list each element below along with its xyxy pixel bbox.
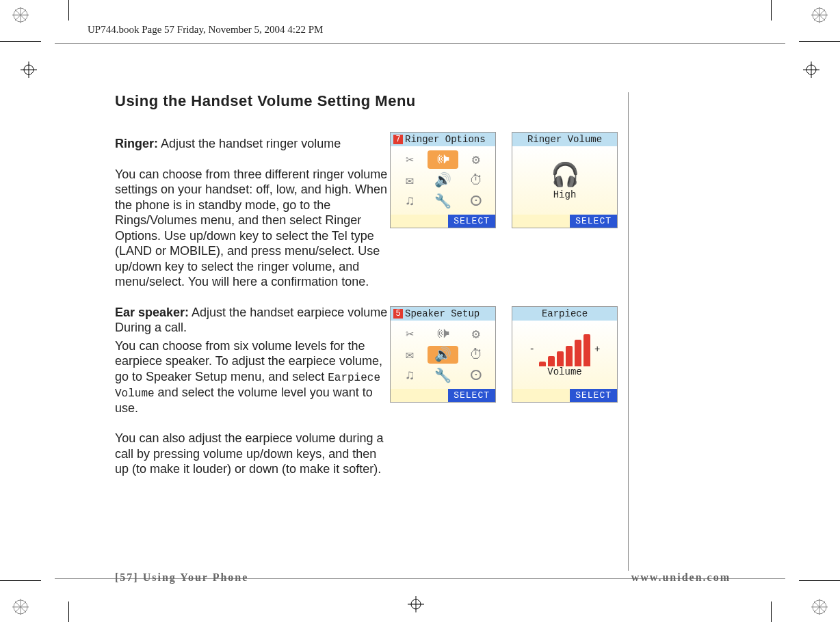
ringer-body: You can choose from three different ring…	[115, 167, 389, 290]
screen-titlebar: 7 Ringer Options	[391, 133, 495, 146]
body-column: Ringer: Adjust the handset ringer volume…	[115, 136, 389, 492]
headphones-icon: 🎧	[551, 161, 579, 189]
screen-footer: SELECT	[391, 389, 495, 402]
phonebook-icon: ✂	[395, 325, 425, 343]
figure-column: 7 Ringer Options ✂ 🕪 ⚙ ✉ 🔊 ⏱ ♫ 🔧 ⵙ SELEC…	[390, 132, 643, 419]
tools-icon: ⚙	[461, 325, 491, 343]
ringer-lead: Ringer: Adjust the handset ringer volume	[115, 136, 389, 152]
crosshair-icon	[408, 596, 424, 612]
ear-body-2: You can also adjust the earpiece volume …	[115, 431, 389, 477]
tools-icon: ⚙	[461, 150, 491, 169]
crosshair-icon	[21, 62, 37, 78]
crosshair-icon	[803, 62, 819, 78]
screen-footer: SELECT	[512, 389, 617, 402]
menu-icon-grid: ✂ 🕪 ⚙ ✉ 🔊 ⏱ ♫ 🔧 ⵙ	[391, 146, 495, 215]
crop-line	[68, 601, 69, 622]
message-icon: ✉	[395, 346, 425, 364]
note-icon: ♫	[395, 366, 425, 385]
registration-mark-icon	[811, 599, 828, 615]
speaker-icon: 🔊	[428, 172, 458, 190]
bluetooth-icon: ⵙ	[461, 366, 491, 385]
wrench-icon: 🔧	[428, 192, 458, 211]
footer-right: www.uniden.com	[631, 571, 731, 584]
screen-footer: SELECT	[512, 215, 617, 228]
page-footer: [57] Using Your Phone www.uniden.com	[115, 571, 731, 584]
screen-titlebar: Earpiece	[512, 307, 617, 321]
ringer-lead-text: Adjust the handset ringer volume	[161, 137, 341, 150]
separator-line	[55, 43, 785, 44]
crop-line	[0, 580, 41, 581]
phonebook-icon: ✂	[395, 150, 425, 169]
screen-ringer-options: 7 Ringer Options ✂ 🕪 ⚙ ✉ 🔊 ⏱ ♫ 🔧 ⵙ SELEC…	[390, 132, 496, 228]
volume-label: Volume	[547, 366, 581, 377]
clock-icon: ⏱	[461, 172, 491, 190]
clock-icon: ⏱	[461, 346, 491, 364]
screen-body: - + Volume	[512, 321, 617, 389]
screen-titlebar: 5 Speaker Setup	[391, 307, 495, 321]
volume-bars-icon	[539, 332, 590, 366]
ringer-icon: 🕪	[428, 150, 458, 169]
speaker-icon: 🔊	[428, 346, 458, 364]
screen-title: Earpiece	[542, 308, 588, 319]
menu-number-badge: 5	[393, 309, 403, 319]
crop-line	[771, 601, 772, 622]
wrench-icon: 🔧	[428, 366, 458, 385]
screen-title: Ringer Options	[405, 134, 486, 145]
menu-icon-grid: ✂ 🕪 ⚙ ✉ 🔊 ⏱ ♫ 🔧 ⵙ	[391, 321, 495, 389]
registration-mark-icon	[12, 599, 29, 615]
screen-body: ✂ 🕪 ⚙ ✉ 🔊 ⏱ ♫ 🔧 ⵙ	[391, 146, 495, 215]
registration-mark-icon	[12, 7, 29, 23]
framemaker-header: UP744.book Page 57 Friday, November 5, 2…	[88, 24, 323, 36]
crop-line	[771, 0, 772, 21]
plus-label: +	[594, 344, 600, 355]
screen-ringer-volume: Ringer Volume 🎧 High SELECT	[512, 132, 618, 228]
select-softkey: SELECT	[570, 215, 617, 228]
minus-label: -	[529, 344, 535, 355]
volume-row: - +	[529, 332, 601, 366]
ear-body-1: You can choose from six volume levels fo…	[115, 338, 389, 416]
select-softkey: SELECT	[448, 215, 495, 228]
select-softkey: SELECT	[448, 389, 495, 402]
ear-label: Ear speaker:	[115, 306, 189, 319]
ringer-volume-value: High	[553, 189, 577, 200]
crop-line	[0, 41, 41, 42]
page-title: Using the Handset Volume Setting Menu	[115, 92, 731, 110]
ringer-label: Ringer:	[115, 137, 158, 150]
screen-body: 🎧 High	[512, 146, 617, 215]
screen-body: ✂ 🕪 ⚙ ✉ 🔊 ⏱ ♫ 🔧 ⵙ	[391, 321, 495, 389]
select-softkey: SELECT	[570, 389, 617, 402]
bluetooth-icon: ⵙ	[461, 192, 491, 211]
page-content: Using the Handset Volume Setting Menu Ri…	[115, 92, 731, 578]
menu-number-badge: 7	[393, 135, 403, 144]
ear-lead: Ear speaker: Adjust the handset earpiece…	[115, 305, 389, 336]
registration-mark-icon	[811, 7, 828, 23]
crop-line	[799, 41, 840, 42]
screen-speaker-setup: 5 Speaker Setup ✂ 🕪 ⚙ ✉ 🔊 ⏱ ♫ 🔧 ⵙ SELECT	[390, 306, 496, 403]
message-icon: ✉	[395, 172, 425, 190]
screen-earpiece: Earpiece - + Volume SELECT	[512, 306, 618, 403]
crop-line	[799, 580, 840, 581]
ringer-icon: 🕪	[428, 325, 458, 343]
footer-left: [57] Using Your Phone	[115, 571, 248, 584]
screen-titlebar: Ringer Volume	[512, 133, 617, 146]
screen-title: Speaker Setup	[405, 308, 480, 319]
screen-footer: SELECT	[391, 215, 495, 228]
note-icon: ♫	[395, 192, 425, 211]
screen-title: Ringer Volume	[527, 134, 602, 145]
crop-line	[68, 0, 69, 21]
column-divider	[628, 92, 629, 571]
